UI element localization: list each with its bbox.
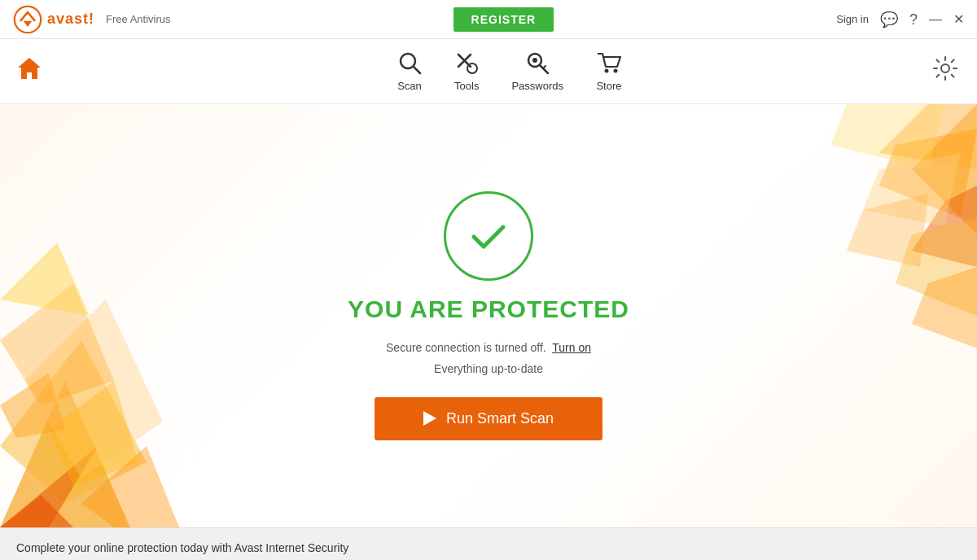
geo-right-decoration [765,104,977,413]
protection-title-pre: YOU ARE [348,295,471,322]
protection-title: YOU ARE PROTECTED [348,295,629,323]
nav-item-store[interactable]: Store [596,50,622,92]
svg-point-0 [15,6,41,32]
turn-on-link[interactable]: Turn on [552,341,591,354]
scan-label: Scan [397,80,422,92]
passwords-icon [525,50,550,75]
svg-marker-21 [49,381,138,487]
main-content: YOU ARE PROTECTED Secure connection is t… [0,104,977,527]
tools-icon [454,50,479,75]
svg-point-11 [613,69,617,73]
product-name: Free Antivirus [106,13,170,25]
svg-marker-15 [0,446,98,527]
run-smart-scan-button[interactable]: Run Smart Scan [375,397,602,440]
promo-text: Complete your online protection today wi… [16,541,348,554]
settings-icon [933,56,957,81]
titlebar-left: avast! Free Antivirus [13,5,171,34]
svg-marker-28 [863,153,961,226]
settings-button[interactable] [933,56,957,86]
svg-point-5 [467,63,477,73]
run-scan-label: Run Smart Scan [446,410,554,427]
svg-marker-18 [0,243,90,316]
svg-marker-13 [0,381,130,527]
scan-icon [397,50,422,75]
secure-connection-text: Secure connection is turned off. [386,341,546,354]
svg-point-12 [941,64,949,72]
svg-marker-16 [24,300,163,479]
checkmark-icon [466,214,510,259]
svg-marker-27 [912,186,977,267]
svg-marker-14 [0,340,147,503]
svg-marker-29 [896,218,977,316]
svg-marker-17 [0,283,114,405]
protection-check-circle [444,191,533,281]
bottom-bar: Complete your online protection today wi… [0,527,977,560]
avast-logo-icon [13,5,42,34]
play-icon [423,411,436,426]
store-icon [596,50,622,75]
brand-name: avast! [47,11,94,28]
uptodate-text: Everything up-to-date [434,362,543,375]
tools-label: Tools [454,80,479,92]
passwords-label: Passwords [511,80,563,92]
status-text: Secure connection is turned off. Turn on… [386,338,591,378]
help-icon[interactable]: ? [909,12,918,27]
minimize-button[interactable]: — [929,12,942,27]
sign-in-link[interactable]: Sign in [836,13,869,25]
titlebar-right: Sign in 💬 ? — ✕ [836,11,964,27]
chat-icon[interactable]: 💬 [880,12,898,27]
content-center: YOU ARE PROTECTED Secure connection is t… [348,191,629,440]
avast-logo: avast! [13,5,94,34]
home-button[interactable] [16,56,42,86]
svg-marker-20 [0,495,73,527]
nav-item-scan[interactable]: Scan [397,50,422,92]
svg-line-2 [414,67,420,73]
svg-marker-26 [830,104,944,169]
svg-marker-25 [879,129,977,218]
svg-marker-22 [0,373,65,438]
geo-left-decoration [0,218,228,527]
home-icon [16,56,42,81]
nav-items: Scan Tools Passwords [59,50,961,92]
navbar: Scan Tools Passwords [0,39,977,104]
svg-line-8 [540,65,548,73]
register-button[interactable]: REGISTER [453,7,554,32]
store-label: Store [596,80,621,92]
close-button[interactable]: ✕ [953,11,964,27]
nav-item-passwords[interactable]: Passwords [511,50,563,92]
svg-marker-31 [912,267,977,348]
svg-marker-23 [912,104,977,234]
nav-item-tools[interactable]: Tools [454,50,479,92]
svg-marker-24 [879,104,977,169]
svg-marker-30 [847,194,928,267]
svg-point-10 [604,69,608,73]
svg-line-9 [543,66,545,68]
titlebar: avast! Free Antivirus REGISTER Sign in 💬… [0,0,977,39]
svg-point-7 [532,58,537,63]
svg-marker-19 [81,446,179,527]
protection-title-highlight: PROTECTED [471,295,629,322]
